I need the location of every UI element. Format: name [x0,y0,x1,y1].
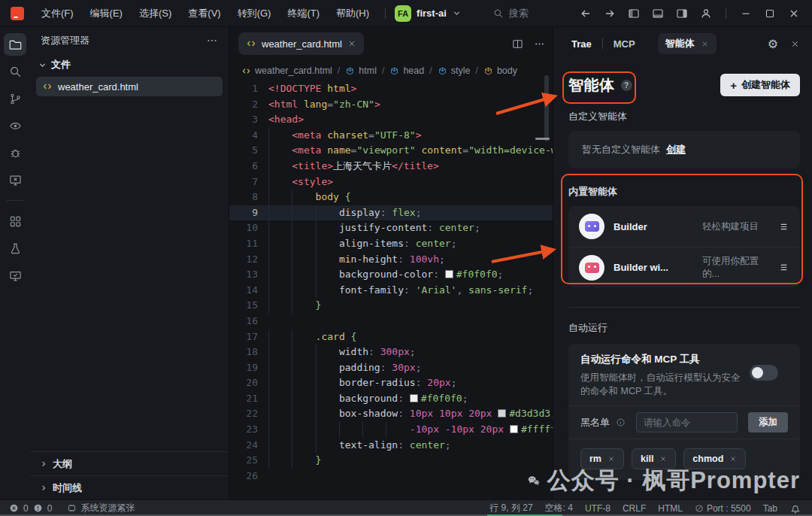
timeline-section[interactable]: 时间线 [30,475,229,499]
errors-count[interactable]: 0 [23,503,29,514]
activity-extensions-button[interactable] [4,210,26,232]
code-line-8[interactable]: 8body { [229,190,553,205]
account-icon[interactable] [694,4,718,23]
activity-terminal-screen-button[interactable] [4,168,26,191]
code-line-22[interactable]: 22box-shadow: 10px 10px 20px #d3d3d3, [229,406,553,422]
minimize-button[interactable] [734,4,758,23]
activity-test-flask-button[interactable] [4,237,26,260]
create-agent-button[interactable]: + 创建智能体 [720,74,800,96]
tab-trae[interactable]: Trae [571,38,592,50]
code-line-12[interactable]: 12min-height: 100vh; [229,252,553,268]
agent-menu-icon[interactable] [778,221,789,232]
blacklist-command-input[interactable] [636,412,738,433]
breadcrumb-item-style[interactable]: style [438,65,471,76]
add-command-button[interactable]: 添加 [748,412,788,433]
menu-item-2[interactable]: 选择(S) [132,4,178,23]
code-line-15[interactable]: 15} [229,298,553,314]
agent-row-0[interactable]: Builder轻松构建项目 [568,206,800,247]
code-line-14[interactable]: 14font-family: 'Arial', sans-serif; [229,283,553,299]
global-search[interactable]: 搜索 [493,7,529,20]
code-line-16[interactable]: 16 [229,314,553,329]
breadcrumb-item-weather-card-html[interactable]: weather_card.html [241,65,332,76]
editor-tab-weather-card[interactable]: weather_card.html [238,32,364,55]
editor-more-icon[interactable] [534,38,545,50]
close-panel-icon[interactable] [790,39,800,49]
activity-explorer-button[interactable] [4,33,26,56]
agent-row-1[interactable]: Builder wi...可使用你配置的... [568,247,800,287]
activity-remote-device-button[interactable] [4,264,26,287]
code-line-17[interactable]: 17.card { [229,329,553,345]
menu-item-1[interactable]: 编辑(E) [83,4,129,23]
code-editor[interactable]: 1<!DOCTYPE html>2<html lang="zh-CN">3<he… [229,81,553,499]
breadcrumb-item-head[interactable]: head [389,65,424,76]
code-line-5[interactable]: 5<meta name="viewport" content="width=de… [229,143,553,159]
toggle-right-sidebar-icon[interactable] [670,4,694,23]
project-selector[interactable]: FA first-ai [395,5,462,22]
errors-icon[interactable] [9,503,19,513]
code-line-11[interactable]: 11align-items: center; [229,236,553,252]
code-line-6[interactable]: 6<title>上海天气卡片</title> [229,159,553,175]
outline-section[interactable]: 大纲 [30,451,229,475]
agent-menu-icon[interactable] [778,262,789,273]
code-line-9[interactable]: 9display: flex; [229,205,553,221]
toggle-left-sidebar-icon[interactable] [622,4,646,23]
eol-indicator[interactable]: CRLF [623,503,646,514]
encoding-indicator[interactable]: UTF-8 [585,503,611,514]
menu-item-6[interactable]: 帮助(H) [329,4,376,23]
activity-source-control-button[interactable] [4,87,26,110]
gear-icon[interactable]: ⚙ [768,37,778,51]
split-editor-icon[interactable] [512,38,523,50]
explorer-more-icon[interactable] [206,35,218,47]
port-indicator[interactable]: Port : 5500 [695,503,751,514]
language-indicator[interactable]: HTML [658,503,683,514]
code-line-2[interactable]: 2<html lang="zh-CN"> [229,97,553,113]
notifications-bell-icon[interactable] [789,502,801,514]
breadcrumb-item-body[interactable]: body [483,65,517,76]
code-line-3[interactable]: 3<head> [229,112,553,128]
navigate-back-icon[interactable] [574,4,598,23]
close-agent-tab-icon[interactable] [701,40,709,48]
menu-item-4[interactable]: 转到(G) [231,4,278,23]
tab-agent[interactable]: 智能体 [658,33,717,54]
autorun-toggle[interactable] [750,365,778,381]
toggle-bottom-panel-icon[interactable] [646,4,670,23]
code-line-13[interactable]: 13background-color: #f0f0f0; [229,267,553,283]
close-window-button[interactable] [782,4,806,23]
code-line-26[interactable]: 26 [229,469,553,484]
activity-search-button[interactable] [4,60,26,83]
tab-size-indicator[interactable]: Tab [763,503,777,514]
menu-item-0[interactable]: 文件(F) [35,4,80,23]
cursor-position[interactable]: 行 9, 列 27 [489,502,532,514]
code-line-20[interactable]: 20border-radius: 20px; [229,375,553,391]
remove-tag-icon[interactable] [729,455,737,463]
resource-warning[interactable]: 系统资源紧张 [67,502,135,514]
activity-preview-button[interactable] [4,114,26,137]
create-link[interactable]: 创建 [666,143,686,156]
code-line-4[interactable]: 4<meta charset="UTF-8"> [229,128,553,144]
help-icon[interactable]: ? [621,80,632,91]
code-line-18[interactable]: 18width: 300px; [229,345,553,360]
warnings-icon[interactable] [33,503,43,513]
code-line-7[interactable]: 7<style> [229,175,553,190]
code-line-23[interactable]: 23-10px -10px 20px #ffffff [229,422,553,438]
editor-scrollbar[interactable] [544,75,549,141]
remove-tag-icon[interactable] [607,455,615,463]
activity-debug-button[interactable] [4,141,26,164]
code-line-1[interactable]: 1<!DOCTYPE html> [229,81,553,97]
close-tab-icon[interactable] [347,39,356,48]
code-line-21[interactable]: 21background: #f0f0f0; [229,391,553,407]
tab-mcp[interactable]: MCP [614,38,635,50]
code-line-24[interactable]: 24text-align: center; [229,438,553,454]
file-item-weather-card[interactable]: weather_card.html [36,77,223,96]
remove-tag-icon[interactable] [659,455,667,463]
menu-item-5[interactable]: 终端(T) [280,4,326,23]
files-section-header[interactable]: 文件 [30,54,229,75]
code-line-19[interactable]: 19padding: 30px; [229,360,553,376]
indentation-indicator[interactable]: 空格: 4 [545,502,573,514]
breadcrumb-item-html[interactable]: html [345,65,377,76]
warnings-count[interactable]: 0 [47,503,53,514]
maximize-button[interactable] [758,4,782,23]
navigate-forward-icon[interactable] [598,4,622,23]
info-icon[interactable] [616,417,626,427]
menu-item-3[interactable]: 查看(V) [181,4,227,23]
